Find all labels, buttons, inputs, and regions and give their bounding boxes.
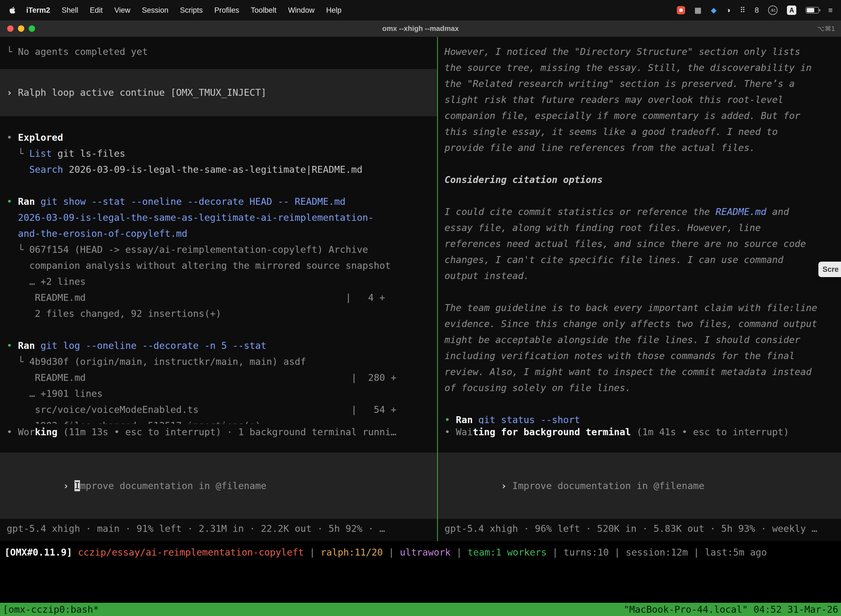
contrast-icon[interactable]: ◑ <box>726 6 730 15</box>
text-segment <box>72 547 78 558</box>
terminal-line: • Working (11m 13s • esc to interrupt) ·… <box>0 424 437 440</box>
reasoning-text: including verification notes with those … <box>444 350 795 361</box>
left-prompt-input[interactable]: › Improve documentation in @filename <box>0 453 437 519</box>
terminal-line: README.md | 280 + <box>0 370 437 386</box>
terminal-line: companion file, especially if more comme… <box>438 108 841 124</box>
terminal-line: └ 067f154 (HEAD -> essay/ai-reimplementa… <box>0 242 437 258</box>
terminal-line: references need actual files, and since … <box>438 236 841 252</box>
tmux-window-list[interactable]: [omx-cczip0:bash* <box>3 603 99 616</box>
reasoning-text: references need actual files, and since … <box>444 238 806 249</box>
left-terminal-pane[interactable]: └ No agents completed yet › Ralph loop a… <box>0 37 437 541</box>
step-title: Ran <box>18 340 35 351</box>
text-segment: └ <box>7 356 29 367</box>
terminal-line: README.md | 4 + <box>0 289 437 305</box>
branch-path: cczip/essay/ai-reimplementation-copyleft <box>78 547 304 558</box>
text-segment: | <box>383 547 400 558</box>
screen-share-popover[interactable]: Scre <box>818 262 841 277</box>
reasoning-text: and <box>766 206 789 217</box>
minimize-button[interactable] <box>18 25 24 32</box>
text-segment <box>35 196 40 207</box>
command-output: README.md | 280 + <box>7 372 396 383</box>
terminal-blank-area <box>0 560 841 603</box>
terminal-line: including verification notes with those … <box>438 348 841 364</box>
text-segment <box>7 164 29 175</box>
terminal-line <box>0 177 437 194</box>
terminal-line: the source tree, missing the essay. Stil… <box>438 60 841 76</box>
window-shortcut-badge: ⌥⌘1 <box>817 25 835 32</box>
apple-menu[interactable] <box>8 6 16 14</box>
mode-label: ultrawork <box>400 547 451 558</box>
terminal-line: companion analysis without altering the … <box>0 258 437 273</box>
popover-label: Scre <box>822 265 839 274</box>
dots-grid-icon[interactable]: ⠿ <box>740 6 745 15</box>
terminal-line: └ No agents completed yet <box>0 44 437 60</box>
reasoning-text: provide file and line references from th… <box>444 142 755 153</box>
terminal-line: changes, I can't cite specific file line… <box>438 252 841 268</box>
command-output: 1903 files changed, 513517 insertions(+) <box>7 420 261 424</box>
model-status-text: gpt-5.4 xhigh · 96% left · 520K in · 5.8… <box>444 523 817 534</box>
menu-item-view[interactable]: View <box>108 6 136 15</box>
ralph-loop-banner: › Ralph loop active continue [OMX_TMUX_I… <box>0 69 437 116</box>
text-segment: └ No agents completed yet <box>7 46 148 57</box>
tmux-status-bar: [omx-cczip0:bash* "MacBook-Pro-44.local"… <box>0 603 841 616</box>
prompt-chevron: › <box>501 480 512 491</box>
right-prompt-input[interactable]: › Improve documentation in @filename <box>438 453 841 519</box>
input-source-icon[interactable]: A <box>787 6 796 15</box>
zoom-button[interactable] <box>29 25 35 32</box>
text-segment: • <box>444 427 456 437</box>
menu-item-profiles[interactable]: Profiles <box>209 6 245 15</box>
text-segment: • <box>7 427 18 437</box>
key-8-icon[interactable]: 8 <box>755 6 759 15</box>
menu-item-shell[interactable]: Shell <box>56 6 84 15</box>
terminal-line: of focusing solely on file lines. <box>438 380 841 396</box>
terminal-line: and-the-erosion-of-copyleft.md <box>0 226 437 242</box>
text-segment: • <box>444 414 456 424</box>
window-title: omx --xhigh --madmax <box>382 24 459 33</box>
traffic-lights <box>7 21 35 37</box>
menu-item-scripts[interactable]: Scripts <box>174 6 209 15</box>
last-activity: last:5m ago <box>705 547 767 558</box>
left-activity-status: • Working (11m 13s • esc to interrupt) ·… <box>0 424 437 440</box>
command-output: 4b9d30f (origin/main, instructkr/main, m… <box>29 356 306 367</box>
terminal-line: review. Also, I might want to inspect th… <box>438 364 841 380</box>
terminal-line <box>438 188 841 204</box>
command: 2026-03-09-is-legal-the-same-as-legitima… <box>18 212 374 223</box>
turns-counter: turns:10 <box>564 547 609 558</box>
text-segment: 2026-03-09-is-legal-the-same-as-legitima… <box>63 164 363 175</box>
menu-item-help[interactable]: Help <box>320 6 347 15</box>
battery-icon[interactable] <box>806 7 819 13</box>
reasoning-text: output instead. <box>444 270 529 281</box>
menu-item-iterm2[interactable]: iTerm2 <box>21 6 56 15</box>
text-segment <box>7 212 18 223</box>
command-output: companion analysis without altering the … <box>7 260 391 271</box>
text-segment: └ <box>7 148 29 159</box>
keyboard-icon[interactable]: ▦ <box>694 6 702 15</box>
menu-item-window[interactable]: Window <box>282 6 320 15</box>
menu-item-toolbelt[interactable]: Toolbelt <box>245 6 282 15</box>
text-segment <box>7 228 18 239</box>
command-output: … +1901 lines <box>7 388 103 399</box>
terminal-line <box>0 321 437 337</box>
menu-extra-icon[interactable]: ≡ <box>828 6 833 15</box>
blue-app-icon[interactable]: ◆ <box>711 6 716 15</box>
reasoning-text: changes, I can't cite specific file line… <box>444 254 783 265</box>
text-segment: | <box>688 547 705 558</box>
reasoning-text: slight risk that future readers may over… <box>444 94 783 105</box>
menu-item-session[interactable]: Session <box>136 6 174 15</box>
tool-name: Search <box>29 164 63 175</box>
reasoning-text: The team guideline is to back every impo… <box>444 302 817 313</box>
terminal-line: • Waiting for background terminal (1m 41… <box>438 424 841 440</box>
terminal-line: Considering citation options <box>438 172 841 188</box>
menu-item-edit[interactable]: Edit <box>84 6 109 15</box>
terminal-line: › Ralph loop active continue [OMX_TMUX_I… <box>0 84 437 100</box>
gauge-icon[interactable]: .61 <box>768 6 778 15</box>
close-button[interactable] <box>7 25 13 32</box>
right-terminal-pane[interactable]: However, I noticed the "Directory Struct… <box>438 37 841 541</box>
right-pane-scrollback: However, I noticed the "Directory Struct… <box>438 44 841 424</box>
screen-recording-indicator[interactable] <box>677 6 685 14</box>
text-segment: git ls-files <box>52 148 125 159</box>
terminal-line: … +2 lines <box>0 273 437 289</box>
spinner-word: ting for background terminal <box>473 427 631 437</box>
omx-status-bar: [OMX#0.11.9] cczip/essay/ai-reimplementa… <box>0 544 841 560</box>
window-title-bar: omx --xhigh --madmax ⌥⌘1 <box>0 21 841 37</box>
